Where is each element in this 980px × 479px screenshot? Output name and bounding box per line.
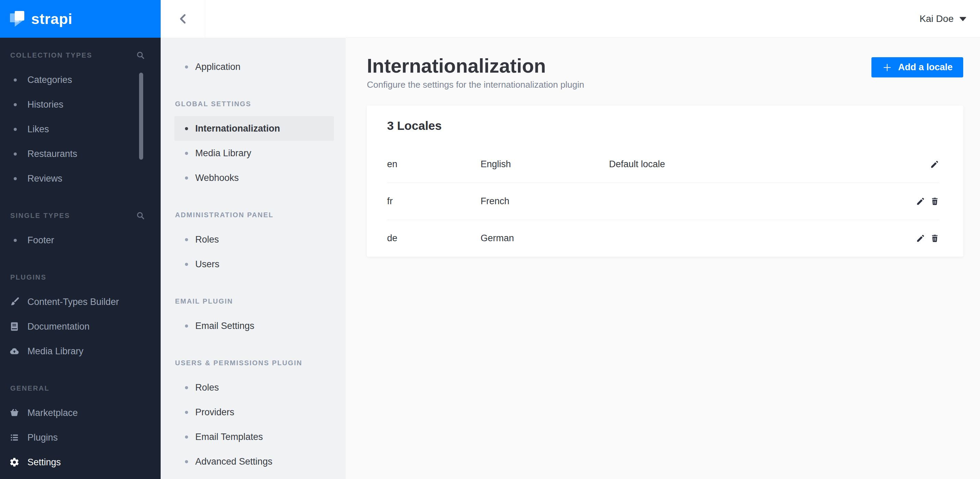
section-title-users-permissions-plugin: USERS & PERMISSIONS PLUGIN: [161, 350, 345, 375]
gear-icon: [9, 457, 20, 467]
back-button[interactable]: [161, 0, 205, 38]
locale-name: English: [480, 159, 609, 170]
bullet-dot: [185, 460, 188, 463]
basket-icon: [9, 408, 20, 418]
row-actions: [916, 234, 939, 243]
locale-row-fr: fr French: [387, 183, 939, 220]
scrollbar-thumb[interactable]: [139, 73, 143, 160]
bullet-dot: [185, 325, 188, 328]
bullet-dot: [185, 238, 188, 241]
paintbrush-icon: [9, 297, 20, 307]
locale-name: French: [480, 196, 609, 207]
plus-icon: [882, 62, 892, 73]
sidebar-item-content-types-builder[interactable]: Content-Types Builder: [0, 290, 161, 314]
sidebar-item-footer[interactable]: Footer: [0, 228, 161, 253]
sidebar-item-categories[interactable]: Categories: [0, 67, 161, 92]
sidebar-item-histories[interactable]: Histories: [0, 92, 161, 117]
section-title-collection-types: COLLECTION TYPES: [0, 51, 92, 59]
chevron-down-icon: [959, 16, 967, 21]
user-name: Kai Doe: [920, 13, 954, 24]
page-header: Internationalization Configure the setti…: [367, 54, 963, 90]
edit-locale-button[interactable]: [930, 160, 939, 169]
settings-item-email-templates[interactable]: Email Templates: [174, 425, 334, 449]
delete-locale-button[interactable]: [930, 197, 939, 206]
sidebar-item-settings[interactable]: Settings: [0, 450, 161, 474]
bullet-dot: [185, 436, 188, 439]
strapi-logo-text: strapi: [31, 11, 72, 27]
add-locale-button[interactable]: Add a locale: [872, 57, 963, 78]
settings-item-internationalization[interactable]: Internationalization: [174, 116, 334, 141]
bullet-dot: [185, 386, 188, 389]
locale-row-de: de German: [387, 220, 939, 257]
trash-icon: [930, 234, 939, 243]
cloud-upload-icon: [9, 346, 20, 356]
locale-row-en: en English Default locale: [387, 146, 939, 183]
trash-icon: [930, 197, 939, 206]
edit-locale-button[interactable]: [916, 197, 925, 206]
edit-locale-button[interactable]: [916, 234, 925, 243]
bullet-dot: [185, 127, 188, 130]
settings-item-admin-roles[interactable]: Roles: [174, 227, 334, 252]
bullet-dot: [14, 103, 17, 106]
locales-card: 3 Locales en English Default locale fr F…: [367, 105, 963, 257]
sidebar-item-likes[interactable]: Likes: [0, 117, 161, 142]
sidebar-item-media-library[interactable]: Media Library: [0, 339, 161, 364]
delete-locale-button[interactable]: [930, 234, 939, 243]
bullet-dot: [185, 65, 188, 68]
add-locale-label: Add a locale: [898, 62, 953, 73]
bullet-dot: [14, 239, 17, 242]
bullet-dot: [14, 177, 17, 180]
sidebar-item-marketplace[interactable]: Marketplace: [0, 401, 161, 425]
chevron-left-icon: [177, 12, 189, 26]
main-nav: COLLECTION TYPES Categories Histories Li…: [0, 43, 161, 474]
sidebar-item-reviews[interactable]: Reviews: [0, 166, 161, 191]
section-title-email-plugin: EMAIL PLUGIN: [161, 289, 345, 313]
main-navigation-sidebar: strapi COLLECTION TYPES Categories Histo…: [0, 0, 161, 479]
bullet-dot: [185, 177, 188, 180]
settings-item-webhooks[interactable]: Webhooks: [174, 166, 334, 190]
list-icon: [9, 433, 20, 442]
settings-item-advanced-settings[interactable]: Advanced Settings: [174, 449, 334, 474]
bullet-dot: [185, 411, 188, 414]
row-actions: [930, 160, 939, 169]
settings-item-application[interactable]: Application: [174, 54, 334, 79]
section-title-plugins: PLUGINS: [0, 274, 46, 281]
internationalization-page: Internationalization Configure the setti…: [345, 38, 980, 257]
sidebar-item-documentation[interactable]: Documentation: [0, 314, 161, 339]
locale-code: en: [387, 159, 480, 170]
main-content: Kai Doe Internationalization Configure t…: [345, 0, 980, 479]
page-title: Internationalization: [367, 54, 584, 77]
locale-code: de: [387, 233, 480, 243]
bullet-dot: [14, 78, 17, 81]
section-title-general: GENERAL: [0, 384, 50, 392]
settings-item-email-settings[interactable]: Email Settings: [174, 313, 334, 338]
pencil-icon: [930, 160, 939, 169]
locale-name: German: [480, 233, 609, 243]
user-menu[interactable]: Kai Doe: [920, 13, 967, 24]
settings-sub-sidebar: Application GLOBAL SETTINGS Internationa…: [161, 0, 345, 479]
sidebar-item-restaurants[interactable]: Restaurants: [0, 142, 161, 166]
settings-sidebar-header: [161, 0, 345, 38]
book-icon: [9, 322, 20, 331]
section-title-global-settings: GLOBAL SETTINGS: [161, 91, 345, 116]
settings-nav: Application GLOBAL SETTINGS Internationa…: [161, 54, 345, 474]
row-actions: [916, 197, 939, 206]
settings-item-up-roles[interactable]: Roles: [174, 375, 334, 400]
search-icon[interactable]: [136, 51, 145, 60]
search-icon[interactable]: [136, 211, 145, 220]
settings-item-media-library[interactable]: Media Library: [174, 141, 334, 166]
strapi-logo-icon: [10, 11, 26, 27]
bullet-dot: [14, 128, 17, 131]
strapi-logo[interactable]: strapi: [0, 0, 161, 38]
sidebar-item-plugins[interactable]: Plugins: [0, 425, 161, 450]
bullet-dot: [185, 152, 188, 155]
section-title-administration-panel: ADMINISTRATION PANEL: [161, 202, 345, 227]
bullet-dot: [14, 153, 17, 156]
section-title-single-types: SINGLE TYPES: [0, 212, 70, 220]
settings-item-providers[interactable]: Providers: [174, 400, 334, 425]
locale-code: fr: [387, 196, 480, 207]
pencil-icon: [916, 197, 925, 206]
topbar: Kai Doe: [345, 0, 980, 38]
settings-item-admin-users[interactable]: Users: [174, 252, 334, 277]
bullet-dot: [185, 263, 188, 266]
